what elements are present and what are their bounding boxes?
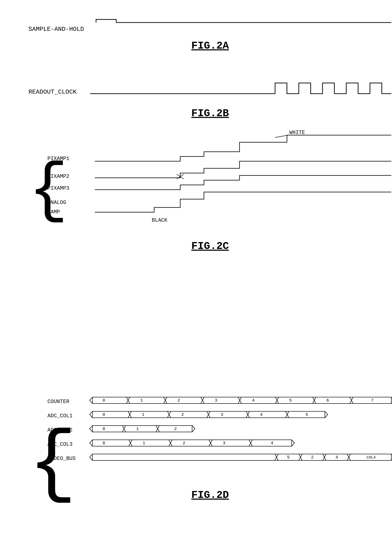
video-bus-seg-col4: COL4: [367, 455, 376, 460]
pixamp1-label: PIXAMP1: [47, 156, 69, 162]
counter-seg-4: 4: [252, 398, 255, 403]
adc-col2-label: ADC_COL2: [47, 427, 72, 433]
adc-col3-seg-3: 3: [223, 441, 226, 445]
video-bus-seg-2: 2: [311, 455, 314, 460]
ramp-label: RAMP: [47, 209, 60, 215]
adc-col2-left: [90, 426, 92, 432]
white-label: WHITE: [289, 130, 305, 136]
adc-col2-seg-0: 0: [103, 427, 105, 431]
adc-col1-right: [325, 411, 328, 418]
adc-col2-seg-2: 2: [174, 427, 177, 431]
adc-col3-seg-4: 4: [271, 441, 273, 445]
fig2b-title: FIG.2B: [191, 107, 229, 119]
adc-col3-bar: [92, 440, 292, 446]
counter-seg-6: 6: [327, 398, 329, 403]
adc-col1-seg-3: 3: [221, 412, 223, 417]
video-bus-seg-4: 4: [336, 455, 338, 460]
readout-clock-pulses: [275, 83, 391, 94]
pixamp2-label: PIXAMP2: [47, 174, 69, 180]
white-arrow: [275, 135, 288, 138]
counter-seg-0: 0: [103, 398, 105, 403]
full-diagram: SAMPLE-AND-HOLD FIG.2A READOUT_CLOCK FIG…: [14, 10, 392, 560]
adc-col1-seg-4: 4: [260, 412, 263, 417]
adc-col3-label: ADC_COL3: [47, 441, 72, 447]
counter-bar-left: [90, 397, 92, 403]
adc-col2-bar: [92, 426, 192, 432]
analog-label: ANALOG: [47, 200, 66, 206]
adc-col1-left: [90, 411, 92, 418]
adc-col2-seg-1: 1: [136, 427, 139, 431]
adc-col1-label: ADC_COL1: [47, 413, 72, 419]
adc-col2-right: [192, 426, 195, 432]
fig2d-title: FIG.2D: [191, 489, 229, 501]
counter-label: COUNTER: [47, 399, 69, 405]
counter-seg-7: 7: [371, 398, 374, 403]
analog-ramp-wave: [95, 192, 391, 212]
sample-hold-label: SAMPLE-AND-HOLD: [29, 26, 84, 33]
counter-bar: [92, 397, 391, 403]
counter-seg-1: 1: [141, 398, 143, 403]
adc-col1-seg-1: 1: [142, 412, 145, 417]
fig2c-title: FIG.2C: [191, 240, 229, 252]
pixamp1-wave: [95, 135, 391, 161]
counter-seg-2: 2: [178, 398, 180, 403]
adc-col3-seg-0: 0: [103, 441, 105, 445]
video-bus-seg-5: 5: [287, 455, 290, 460]
adc-col1-seg-5: 5: [306, 412, 308, 417]
fig2a-title: FIG.2A: [191, 40, 229, 52]
sample-hold-waveform: [96, 20, 116, 22]
adc-col3-seg-1: 1: [143, 441, 145, 445]
adc-col3-right: [292, 440, 294, 446]
counter-seg-3: 3: [215, 398, 217, 403]
counter-seg-5: 5: [289, 398, 292, 403]
readout-clock-label: READOUT_CLOCK: [29, 89, 77, 96]
video-bus-bar: [92, 454, 391, 460]
pixamp3-label: PIXAMP3: [47, 185, 69, 191]
adc-col3-seg-2: 2: [183, 441, 185, 445]
video-bus-left: [90, 454, 92, 460]
adc-col1-seg-2: 2: [181, 412, 184, 417]
adc-col3-left: [90, 440, 92, 446]
black-label: BLACK: [152, 217, 168, 223]
adc-col1-seg-0: 0: [103, 412, 105, 417]
video-bus-label: VIDEO_BUS: [47, 456, 76, 462]
